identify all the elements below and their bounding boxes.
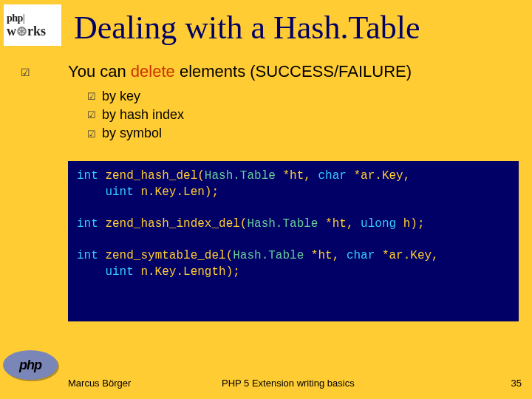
code-text: *ht, (304, 249, 347, 262)
code-kw: int (77, 169, 98, 183)
logo-w: w (7, 24, 16, 38)
main-pre: You can (68, 62, 131, 81)
footer-title: PHP 5 Extension writing basics (222, 378, 355, 389)
code-text: zend_hash_index_del( (98, 217, 248, 231)
code-text: *ht, (318, 217, 361, 231)
code-text: *ar.Key, (347, 169, 410, 183)
main-post: elements (SUCCESS/FAILURE) (175, 62, 412, 81)
sub-bullet-list: ☑by key ☑by hash index ☑by symbol (87, 87, 184, 143)
code-text: *ar.Key, (375, 249, 438, 262)
logo-line2: w⊛rks (7, 24, 58, 38)
list-item: ☑by key (87, 87, 184, 106)
code-kw: uint (105, 185, 133, 199)
code-block: int zend_hash_del(Hash.Table *ht, char *… (68, 161, 519, 321)
code-kw: int (77, 217, 98, 231)
sub-text: by key (102, 89, 140, 103)
slide-title: Dealing with a Hash.Table (74, 9, 420, 47)
main-text: You can delete elements (SUCCESS/FAILURE… (68, 62, 412, 81)
gear-icon: ⊛ (16, 24, 27, 38)
code-text: n.Key.Len); (134, 185, 219, 199)
logo-php: php (7, 13, 23, 24)
code-text: zend_symtable_del( (98, 249, 233, 262)
php-logo: php (3, 350, 64, 384)
code-kw: char (318, 169, 346, 183)
code-kw: uint (105, 265, 133, 279)
code-type: Hash.Table (205, 169, 276, 183)
code-text: *ht, (276, 169, 318, 183)
check-icon: ☑ (87, 90, 102, 103)
phpworks-logo: php| w⊛rks (4, 4, 61, 46)
logo-line1: php| (7, 13, 58, 24)
sub-text: by symbol (102, 126, 162, 140)
code-text: h); (396, 217, 424, 231)
sub-text: by hash index (102, 107, 184, 122)
code-kw: ulong (361, 217, 396, 231)
footer-author: Marcus Börger (68, 378, 131, 389)
code-type: Hash.Table (233, 249, 304, 262)
code-kw: char (347, 249, 375, 262)
code-text: n.Key.Length); (134, 265, 240, 279)
php-text: php (19, 358, 41, 373)
code-text: zend_hash_del( (98, 169, 205, 183)
list-item: ☑by symbol (87, 124, 184, 143)
slide: php| w⊛rks Dealing with a Hash.Table ☑ Y… (0, 0, 532, 399)
code-type: Hash.Table (247, 217, 318, 231)
check-icon: ☑ (87, 109, 102, 122)
main-delete-word: delete (131, 62, 175, 81)
php-oval: php (3, 350, 58, 380)
check-icon: ☑ (87, 128, 102, 141)
list-item: ☑by hash index (87, 106, 184, 124)
main-bullet-icon: ☑ (21, 66, 30, 78)
logo-bar: | (23, 13, 25, 24)
code-kw: int (77, 249, 98, 262)
logo-rks: rks (27, 24, 46, 38)
footer-page-number: 35 (511, 378, 522, 389)
